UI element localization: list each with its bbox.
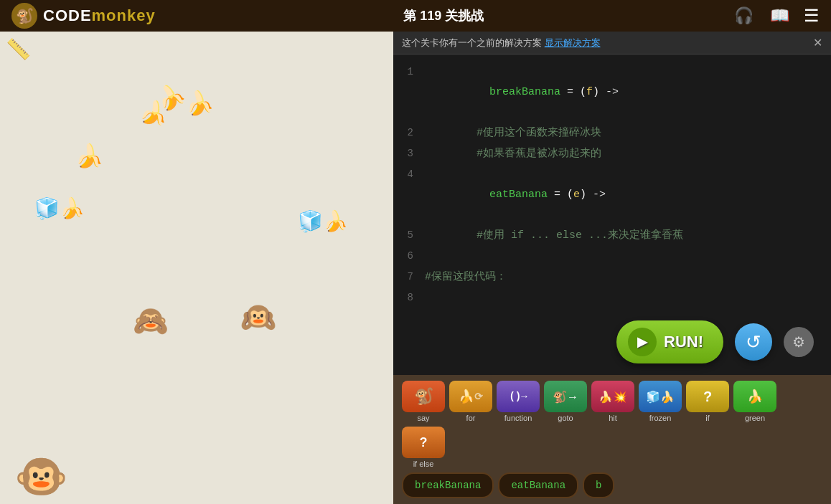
block-if[interactable]: ? if [686, 381, 729, 422]
code-line-6: 6 [393, 246, 831, 267]
block-say-label: say [417, 414, 429, 422]
block-goto-img: 🐒→ [544, 381, 587, 412]
block-row-1: 🐒 say 🍌⟳ for ()→ function [402, 381, 822, 468]
game-monkey-2: 🙉 [240, 300, 276, 336]
settings-button[interactable]: ⚙ [784, 327, 814, 357]
block-if-else-img: ? [402, 427, 445, 458]
ruler-icon: 📏 [6, 37, 31, 62]
block-goto-label: goto [558, 414, 573, 422]
logo-monkey-icon: 🐒 [11, 3, 37, 29]
block-for[interactable]: 🍌⟳ for [449, 381, 492, 422]
code-text-4: eatBanana = (e) -> [425, 165, 606, 225]
block-b[interactable]: b [583, 472, 614, 498]
block-for-img: 🍌⟳ [449, 381, 492, 412]
frozen-banana-item: 🧊🍌 [298, 209, 348, 234]
code-line-7: 7 #保留这段代码： [393, 267, 831, 287]
info-bar-close[interactable]: ✕ [813, 36, 822, 49]
block-say[interactable]: 🐒 say [402, 381, 445, 422]
settings-icon: ⚙ [792, 333, 805, 351]
line-num-7: 7 [399, 267, 425, 287]
block-function[interactable]: ()→ function [497, 381, 540, 422]
code-text-8: for b in bananas [425, 288, 593, 309]
menu-icon[interactable]: ☰ [804, 6, 820, 27]
block-if-else-label: if else [413, 460, 434, 468]
block-if-img: ? [686, 381, 729, 412]
code-line-2: 2 #使用这个函数来撞碎冰块 [393, 123, 831, 143]
info-bar: 这个关卡你有一个之前的解决方案 显示解决方案 ✕ [393, 32, 831, 54]
run-area: ▶ RUN! ↺ ⚙ [393, 309, 831, 375]
code-line-5: 5 #使用 if ... else ...来决定谁拿香蕉 [393, 225, 831, 246]
code-text-3: #如果香蕉是被冰动起来的 [425, 144, 601, 164]
show-solution-link[interactable]: 显示解决方案 [545, 37, 601, 48]
block-frozen-img: 🧊🍌 [639, 381, 682, 412]
play-icon: ▶ [628, 328, 657, 356]
logo: 🐒 CODEmonkey [11, 3, 156, 29]
game-monkey-1: 🙈 [133, 304, 169, 339]
block-toolbar: 🐒 say 🍌⟳ for ()→ function [393, 375, 831, 504]
level-title: 第 119 关挑战 [403, 7, 484, 24]
block-function-img: ()→ [497, 381, 540, 412]
header: 🐒 CODEmonkey 第 119 关挑战 🎧 📖 ☰ [0, 0, 831, 32]
block-frozen-label: frozen [649, 414, 672, 422]
code-text-1: breakBanana = (f) -> [425, 62, 619, 123]
block-eatBanana[interactable]: eatBanana [498, 472, 578, 498]
line-num-3: 3 [399, 143, 425, 163]
info-text: 这个关卡你有一个之前的解决方案 显示解决方案 [402, 37, 601, 49]
book-icon[interactable]: 📖 [768, 4, 792, 28]
code-editor[interactable]: 1 breakBanana = (f) -> 2 #使用这个函数来撞碎冰块 3 … [393, 54, 831, 309]
code-text-7: #保留这段代码： [425, 267, 507, 287]
block-goto[interactable]: 🐒→ goto [544, 381, 587, 422]
block-say-img: 🐒 [402, 381, 445, 412]
code-panel: 这个关卡你有一个之前的解决方案 显示解决方案 ✕ 1 breakBanana =… [393, 32, 831, 504]
code-line-1: 1 breakBanana = (f) -> [393, 62, 831, 123]
block-row-2: breakBanana eatBanana b [402, 472, 822, 498]
line-num-5: 5 [399, 225, 425, 245]
line-num-6: 6 [399, 246, 425, 266]
line-num-4: 4 [399, 164, 425, 184]
header-icons: 🎧 📖 ☰ [732, 4, 820, 28]
block-breakBanana[interactable]: breakBanana [402, 472, 494, 498]
line-num-8: 8 [399, 287, 425, 308]
line-num-1: 1 [399, 62, 425, 82]
block-green-label: green [745, 414, 765, 422]
banana-item: 🍌 [184, 87, 215, 118]
code-text-6 [425, 247, 431, 267]
banana-item: 🍌 [74, 141, 105, 172]
block-for-label: for [466, 414, 476, 422]
block-frozen[interactable]: 🧊🍌 frozen [639, 381, 682, 422]
code-line-4: 4 eatBanana = (e) -> [393, 164, 831, 225]
run-button[interactable]: ▶ RUN! [616, 320, 723, 363]
block-hit[interactable]: 🍌💥 hit [591, 381, 634, 422]
block-green[interactable]: 🍌 green [733, 381, 776, 422]
frozen-banana-item: 🧊🍌 [34, 196, 85, 221]
block-if-label: if [705, 414, 710, 422]
reset-button[interactable]: ↺ [735, 323, 772, 361]
code-text-2: #使用这个函数来撞碎冰块 [425, 123, 601, 143]
block-if-else[interactable]: ? if else [402, 427, 445, 468]
main-content: 📏 🍌 🍌 🍌 🍌 🧊🍌 🧊🍌 🙈 🙉 🐵 这个关卡你有一个之前的解决方案 显示… [0, 32, 831, 504]
logo-text: CODEmonkey [43, 6, 156, 25]
block-green-img: 🍌 [733, 381, 776, 412]
game-panel: 📏 🍌 🍌 🍌 🍌 🧊🍌 🧊🍌 🙈 🙉 🐵 [0, 32, 393, 504]
code-line-8: 8 for b in bananas [393, 287, 831, 309]
block-function-label: function [504, 414, 532, 422]
headphone-icon[interactable]: 🎧 [732, 4, 756, 28]
reset-icon: ↺ [746, 331, 761, 353]
code-line-3: 3 #如果香蕉是被冰动起来的 [393, 143, 831, 164]
block-hit-label: hit [609, 414, 617, 422]
code-text-5: #使用 if ... else ...来决定谁拿香蕉 [425, 226, 683, 246]
run-label: RUN! [664, 333, 703, 351]
block-hit-img: 🍌💥 [591, 381, 634, 412]
line-num-2: 2 [399, 123, 425, 143]
main-character: 🐵 [14, 451, 68, 504]
